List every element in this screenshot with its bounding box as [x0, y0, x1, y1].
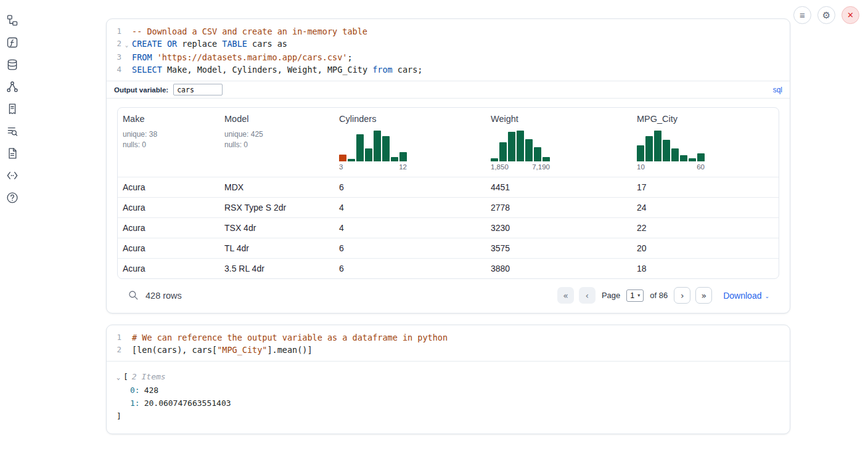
histogram-bar: [542, 157, 550, 161]
download-label: Download: [723, 291, 761, 301]
file-explorer-icon[interactable]: [6, 14, 20, 26]
page-label: Page: [602, 291, 620, 300]
histogram-bar: [697, 153, 705, 161]
column-label[interactable]: Make: [123, 114, 215, 124]
data-table: Makeunique: 38nulls: 0Modelunique: 425nu…: [117, 107, 779, 279]
histogram-bar: [348, 159, 355, 161]
table-row[interactable]: AcuraTL 4dr6357520: [118, 238, 779, 258]
code-token: SELECT: [132, 65, 162, 75]
column-header-model[interactable]: Modelunique: 425nulls: 0: [219, 114, 334, 172]
table-row[interactable]: AcuraRSX Type S 2dr4277824: [118, 197, 779, 217]
panel-sidebar: [6, 14, 27, 204]
table-footer: 428 rows « ‹ Page 1▾ of 86 › » Download⌄: [117, 279, 779, 313]
variables-icon[interactable]: [6, 36, 20, 49]
histogram-bar: [391, 157, 398, 161]
prev-page-button[interactable]: ‹: [579, 287, 596, 304]
histogram-max-label: 12: [399, 163, 407, 171]
menu-icon[interactable]: ≡: [793, 6, 811, 24]
table-row[interactable]: Acura3.5 RL 4dr6388018: [118, 258, 779, 278]
histogram-min-label: 1,850: [491, 163, 509, 171]
settings-gear-icon[interactable]: ⚙: [817, 6, 835, 24]
code-token: # We can reference the output variable a…: [132, 333, 448, 342]
table-cell: TL 4dr: [219, 243, 334, 253]
table-cell: 3575: [486, 243, 632, 253]
dependencies-icon[interactable]: [6, 80, 20, 93]
histogram-bar: [508, 132, 515, 161]
sql-code-editor[interactable]: 1-- Download a CSV and create an in-memo…: [107, 19, 790, 81]
search-icon[interactable]: [127, 289, 139, 302]
table-cell: 4: [334, 223, 486, 233]
histogram-min-label: 3: [339, 163, 343, 171]
page-select-value: 1: [630, 291, 634, 300]
logs-icon[interactable]: [6, 124, 20, 137]
shutdown-close-icon[interactable]: ✕: [841, 6, 859, 24]
histogram-bar: [663, 140, 670, 161]
histogram-bar: [339, 155, 346, 161]
scratchpad-icon[interactable]: [6, 102, 20, 115]
histogram-bar: [382, 136, 390, 161]
column-label[interactable]: Cylinders: [339, 114, 481, 124]
table-output: Makeunique: 38nulls: 0Modelunique: 425nu…: [107, 99, 790, 313]
output-variable-input[interactable]: [173, 84, 223, 95]
snippets-icon[interactable]: [6, 169, 20, 182]
column-header-weight[interactable]: Weight1,8507,190: [486, 114, 632, 172]
column-histogram: 1060: [637, 129, 705, 171]
histogram-bar: [525, 139, 533, 161]
help-icon[interactable]: [6, 191, 20, 204]
download-button[interactable]: Download⌄: [723, 291, 769, 301]
output-variable-label: Output variable:: [114, 86, 168, 94]
table-cell: 17: [632, 182, 779, 192]
tree-key: 1: [130, 398, 135, 408]
datasources-icon[interactable]: [6, 58, 20, 71]
next-page-button[interactable]: ›: [674, 287, 690, 304]
table-cell: MDX: [219, 182, 334, 192]
notebook-actions: ≡ ⚙ ✕: [793, 6, 859, 24]
code-token: 'https://datasets.marimo.app/cars.csv': [152, 52, 348, 62]
column-label[interactable]: Model: [224, 114, 329, 124]
line-number: 2: [107, 344, 121, 356]
code-token: TABLE: [222, 39, 247, 49]
code-token: ].mean()]: [267, 345, 312, 355]
row-count: 428 rows: [145, 291, 182, 301]
histogram-bar: [654, 131, 661, 161]
column-header-cylinders[interactable]: Cylinders312: [334, 114, 486, 172]
code-token: cars as: [247, 39, 287, 49]
histogram-bar: [517, 131, 524, 161]
first-page-button[interactable]: «: [557, 287, 574, 304]
histogram-bar: [365, 148, 372, 161]
table-cell: 3230: [486, 223, 632, 233]
code-token: ;: [348, 52, 353, 62]
histogram-min-label: 10: [637, 163, 645, 171]
table-cell: 24: [632, 203, 779, 212]
tree-separator: :: [135, 386, 140, 395]
line-number: 4: [107, 63, 121, 76]
table-cell: 6: [334, 243, 486, 253]
column-header-make[interactable]: Makeunique: 38nulls: 0: [118, 114, 219, 172]
column-label[interactable]: Weight: [491, 114, 627, 124]
column-header-mpg_city[interactable]: MPG_City1060: [632, 114, 779, 172]
histogram-bar: [356, 134, 364, 161]
histogram-bar: [499, 142, 507, 161]
line-number: 1: [107, 331, 121, 344]
column-histogram: 312: [339, 129, 407, 171]
code-line: 1-- Download a CSV and create an in-memo…: [107, 25, 790, 38]
histogram-bar: [374, 131, 381, 161]
column-label[interactable]: MPG_City: [637, 114, 774, 124]
last-page-button[interactable]: »: [695, 287, 712, 304]
page-total: of 86: [650, 291, 668, 300]
collapse-icon[interactable]: ⌄: [117, 374, 120, 381]
page-select[interactable]: 1▾: [626, 289, 644, 302]
histogram-bar: [645, 136, 653, 161]
language-badge[interactable]: sql: [773, 86, 782, 94]
table-row[interactable]: AcuraMDX6445117: [118, 177, 779, 197]
code-token: CREATE OR: [132, 39, 177, 49]
documentation-icon[interactable]: [6, 147, 20, 160]
table-header: Makeunique: 38nulls: 0Modelunique: 425nu…: [118, 108, 779, 177]
python-code-editor[interactable]: 1# We can reference the output variable …: [107, 325, 790, 361]
column-stat: unique: 425: [224, 129, 329, 140]
code-line: 4SELECT Make, Model, Cylinders, Weight, …: [107, 63, 790, 76]
tree-value: 428: [144, 386, 158, 395]
table-row[interactable]: AcuraTSX 4dr4323022: [118, 217, 779, 238]
tree-bracket: [: [123, 372, 128, 381]
fold-icon[interactable]: ⌄: [121, 38, 132, 51]
